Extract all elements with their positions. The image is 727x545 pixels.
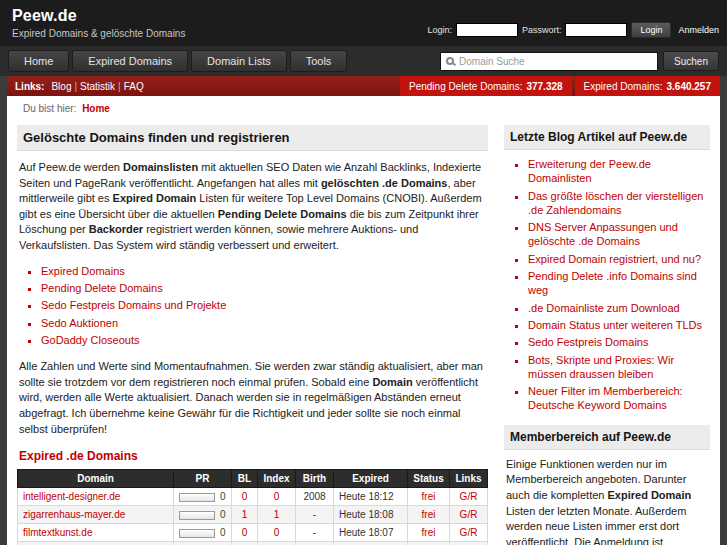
index-link[interactable]: 1 (274, 509, 280, 520)
blog-article-link[interactable]: Das größte löschen der vierstelligen .de… (528, 190, 703, 216)
expired-time: Heute 18:08 (339, 509, 394, 520)
nav-tab-domain-lists[interactable]: Domain Lists (191, 50, 287, 72)
blog-article-link[interactable]: Bots, Skripte und Proxies: Wir müssen dr… (528, 354, 674, 380)
check-links[interactable]: G/R (460, 509, 478, 520)
col-header-domain: Domain (18, 470, 174, 488)
quick-link-item: Expired Domains (41, 264, 488, 278)
main-nav: Home Expired Domains Domain Lists Tools … (0, 46, 727, 76)
pending-delete-counter-value: 377.328 (526, 81, 562, 92)
nav-tab-home[interactable]: Home (8, 50, 69, 72)
pagerank-value: 0 (220, 509, 226, 520)
birth-value: - (313, 527, 316, 538)
statistik-link[interactable]: Statistik (80, 81, 115, 92)
pagerank-bar (179, 493, 215, 502)
blog-article-link[interactable]: DNS Server Anpassungen und gelöschte .de… (528, 221, 678, 247)
login-label: Login: (427, 25, 452, 35)
backlinks-link[interactable]: 0 (242, 491, 248, 502)
note-paragraph: Alle Zahlen und Werte sind Momentaufnahm… (19, 359, 486, 437)
pagerank-bar (179, 529, 215, 538)
expired-domains-counter-label: Expired Domains: (584, 81, 663, 92)
blog-list-item: Bots, Skripte und Proxies: Wir müssen dr… (528, 353, 710, 382)
blog-list-item: Erweiterung der Peew.de Domainlisten (528, 157, 710, 186)
index-link[interactable]: 0 (274, 491, 280, 502)
quick-link-expired-domains[interactable]: Expired Domains (41, 265, 125, 277)
table-row: zigarrenhaus-mayer.de 0 1 1 - Heute 18:0… (18, 506, 488, 524)
blog-link[interactable]: Blog (51, 81, 71, 92)
blog-article-link[interactable]: Pending Delete .info Domains sind weg (528, 270, 697, 296)
search-box (440, 52, 658, 71)
blog-list-item: Das größte löschen der vierstelligen .de… (528, 189, 710, 218)
pending-delete-counter-label: Pending Delete Domains: (409, 81, 522, 92)
blog-article-link[interactable]: Sedo Festpreis Domains (528, 336, 648, 348)
backlinks-link[interactable]: 0 (242, 527, 248, 538)
login-area: Login: Passwort: Login Anmelden (427, 22, 719, 38)
check-links[interactable]: G/R (460, 527, 478, 538)
site-header: Peew.de Expired Domains & gelöschte Doma… (0, 0, 727, 46)
birth-value: - (313, 509, 316, 520)
stat-chips: Pending Delete Domains: 377.328 Expired … (397, 76, 720, 96)
status-value: frei (422, 527, 436, 538)
index-link[interactable]: 0 (274, 527, 280, 538)
sidebar: Letzte Blog Artikel auf Peew.de Erweiter… (504, 119, 710, 545)
quick-link-item: Sedo Auktionen (41, 316, 488, 330)
quick-link-sedo-auktionen[interactable]: Sedo Auktionen (41, 317, 118, 329)
separator: | (74, 81, 77, 92)
quick-links-list: Expired Domains Pending Delete Domains S… (17, 264, 488, 347)
member-paragraph: Einige Funktionen werden nur im Memberbe… (506, 457, 708, 545)
blog-article-link[interactable]: Expired Domain registriert, und nu? (528, 253, 701, 265)
col-header-pr: PR (174, 470, 232, 488)
table-header-row: Domain PR BL Index Birth Expired Status … (18, 470, 488, 488)
breadcrumb-home-link[interactable]: Home (82, 103, 110, 114)
birth-value: 2008 (303, 491, 325, 502)
expired-domains-counter: Expired Domains: 3.640.257 (575, 76, 720, 96)
nav-tab-expired-domains[interactable]: Expired Domains (72, 50, 188, 72)
pagerank-bar (179, 511, 215, 520)
register-link[interactable]: Anmelden (678, 25, 719, 35)
col-header-status: Status (408, 470, 450, 488)
expired-time: Heute 18:12 (339, 491, 394, 502)
expired-domains-counter-value: 3.640.257 (667, 81, 712, 92)
intro-paragraph: Auf Peew.de werden Domainslisten mit akt… (19, 160, 486, 254)
col-header-bl: BL (232, 470, 258, 488)
blog-list-item: DNS Server Anpassungen und gelöschte .de… (528, 220, 710, 249)
blog-list-item: Expired Domain registriert, und nu? (528, 252, 710, 266)
blog-article-link[interactable]: Erweiterung der Peew.de Domainlisten (528, 158, 651, 184)
login-username-input[interactable] (456, 23, 518, 37)
pagerank-value: 0 (220, 491, 226, 502)
quick-link-item: Sedo Festpreis Domains und Projekte (41, 298, 488, 312)
quick-link-godaddy-closeouts[interactable]: GoDaddy Closeouts (41, 334, 139, 346)
sidebar-heading-member: Memberbereich auf Peew.de (504, 425, 710, 450)
status-value: frei (422, 491, 436, 502)
col-header-links: Links (450, 470, 488, 488)
status-value: frei (422, 509, 436, 520)
search-icon (446, 57, 454, 65)
check-links[interactable]: G/R (460, 491, 478, 502)
login-button[interactable]: Login (631, 22, 671, 38)
quick-link-item: GoDaddy Closeouts (41, 333, 488, 347)
quick-link-item: Pending Delete Domains (41, 281, 488, 295)
nav-tab-tools[interactable]: Tools (290, 50, 348, 72)
expired-domains-table: Domain PR BL Index Birth Expired Status … (17, 469, 488, 545)
domain-search-input[interactable] (459, 56, 652, 67)
domain-link[interactable]: filmtextkunst.de (23, 527, 92, 538)
blog-article-link[interactable]: .de Domainliste zum Download (528, 302, 680, 314)
pagerank-value: 0 (220, 527, 226, 538)
blog-article-link[interactable]: Domain Status unter weiteren TLDs (528, 319, 702, 331)
blog-list-item: Sedo Festpreis Domains (528, 335, 710, 349)
backlinks-link[interactable]: 1 (242, 509, 248, 520)
quick-link-pending-delete[interactable]: Pending Delete Domains (41, 282, 163, 294)
blog-article-link[interactable]: Neuer Filter im Memberbereich: Deutsche … (528, 385, 683, 411)
blog-article-list: Erweiterung der Peew.de Domainlisten Das… (504, 157, 710, 413)
domain-link[interactable]: zigarrenhaus-mayer.de (23, 509, 125, 520)
links-bar: Links: Blog | Statistik | FAQ Pending De… (7, 76, 720, 96)
quick-link-sedo-festpreis[interactable]: Sedo Festpreis Domains und Projekte (41, 299, 226, 311)
login-password-input[interactable] (565, 23, 627, 37)
domain-link[interactable]: intelligent-designer.de (23, 491, 120, 502)
main-column: Gelöschte Domains finden und registriere… (17, 119, 488, 545)
col-header-index: Index (258, 470, 296, 488)
faq-link[interactable]: FAQ (124, 81, 144, 92)
domain-search-area: Suchen (440, 51, 719, 71)
links-label: Links: (15, 81, 44, 92)
col-header-birth: Birth (296, 470, 334, 488)
search-button[interactable]: Suchen (663, 51, 719, 71)
